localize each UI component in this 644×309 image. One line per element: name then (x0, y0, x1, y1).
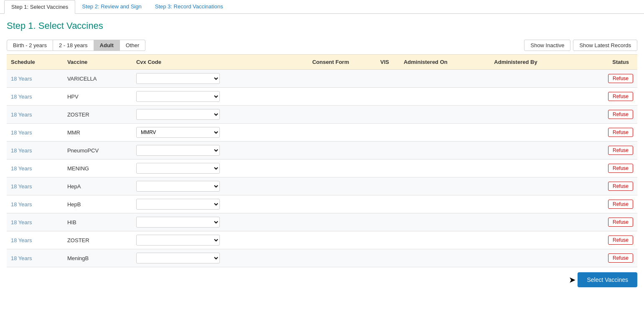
cell-schedule: 18 Years (7, 124, 63, 142)
filter-2to18[interactable]: 2 - 18 years (53, 40, 94, 51)
cell-vaccine: HepB (63, 195, 132, 213)
cell-status[interactable]: Refuse (579, 177, 637, 195)
cell-vis (370, 124, 400, 142)
cell-administered-by (490, 160, 579, 177)
filter-bar: Birth - 2 years 2 - 18 years Adult Other… (0, 36, 644, 54)
cvx-select[interactable] (136, 91, 220, 102)
cell-administered-by (490, 106, 579, 124)
cell-cvx[interactable] (132, 142, 292, 160)
cell-status[interactable]: Refuse (579, 195, 637, 213)
cell-cvx[interactable] (132, 160, 292, 177)
refuse-button[interactable]: Refuse (608, 200, 633, 209)
cell-consent-form (291, 124, 370, 142)
cell-cvx[interactable] (132, 231, 292, 249)
cell-consent-form (291, 70, 370, 88)
cell-vis (370, 213, 400, 231)
cell-administered-on (400, 213, 490, 231)
cell-status[interactable]: Refuse (579, 88, 637, 106)
cell-vaccine: HIB (63, 213, 132, 231)
cell-cvx[interactable] (132, 177, 292, 195)
refuse-button[interactable]: Refuse (608, 128, 633, 137)
cell-administered-by (490, 249, 579, 267)
cell-status[interactable]: Refuse (579, 124, 637, 142)
cvx-select[interactable] (136, 163, 220, 174)
cvx-select[interactable] (136, 235, 220, 246)
tab-step1[interactable]: Step 1: Select Vaccines (4, 0, 75, 14)
cell-schedule: 18 Years (7, 88, 63, 106)
cell-administered-by (490, 142, 579, 160)
refuse-button[interactable]: Refuse (608, 253, 633, 263)
cell-consent-form (291, 213, 370, 231)
cell-vis (370, 160, 400, 177)
table-row: 18 YearsHepARefuse (7, 177, 637, 195)
cell-vaccine: ZOSTER (63, 106, 132, 124)
vaccine-table: Schedule Vaccine Cvx Code Consent Form V… (7, 54, 637, 267)
cell-status[interactable]: Refuse (579, 106, 637, 124)
cvx-select[interactable] (136, 181, 220, 192)
tab-step3[interactable]: Step 3: Record Vaccinations (148, 0, 230, 14)
cell-cvx[interactable] (132, 88, 292, 106)
filter-adult[interactable]: Adult (94, 40, 120, 51)
table-row: 18 YearsHPVRefuse (7, 88, 637, 106)
cell-status[interactable]: Refuse (579, 70, 637, 88)
cell-consent-form (291, 88, 370, 106)
cell-cvx[interactable] (132, 213, 292, 231)
refuse-button[interactable]: Refuse (608, 218, 633, 227)
refuse-button[interactable]: Refuse (608, 92, 633, 101)
cvx-select[interactable] (136, 145, 220, 156)
cvx-select[interactable] (136, 109, 220, 120)
cell-schedule: 18 Years (7, 231, 63, 249)
cell-administered-by (490, 70, 579, 88)
refuse-button[interactable]: Refuse (608, 182, 633, 191)
filter-birth2[interactable]: Birth - 2 years (7, 40, 53, 51)
refuse-button[interactable]: Refuse (608, 74, 633, 83)
arrow-icon: ➤ (569, 275, 576, 285)
cell-schedule: 18 Years (7, 70, 63, 88)
cell-cvx[interactable] (132, 195, 292, 213)
cvx-select[interactable] (136, 253, 220, 263)
cell-vis (370, 142, 400, 160)
cell-status[interactable]: Refuse (579, 142, 637, 160)
refuse-button[interactable]: Refuse (608, 236, 633, 245)
cell-administered-on (400, 249, 490, 267)
cell-status[interactable]: Refuse (579, 249, 637, 267)
tab-bar: Step 1: Select Vaccines Step 2: Review a… (0, 0, 644, 14)
cell-administered-on (400, 195, 490, 213)
cvx-select[interactable] (136, 73, 220, 84)
cvx-select[interactable]: MMRV (136, 127, 220, 138)
bottom-bar: ➤ Select Vaccines (0, 267, 644, 292)
cell-status[interactable]: Refuse (579, 160, 637, 177)
filter-other[interactable]: Other (120, 40, 146, 51)
table-row: 18 YearsVARICELLARefuse (7, 70, 637, 88)
cvx-select[interactable] (136, 199, 220, 210)
cell-status[interactable]: Refuse (579, 231, 637, 249)
cell-administered-on (400, 88, 490, 106)
cell-vaccine: MMR (63, 124, 132, 142)
cell-consent-form (291, 195, 370, 213)
refuse-button[interactable]: Refuse (608, 146, 633, 155)
cell-vaccine: HPV (63, 88, 132, 106)
cell-cvx[interactable]: MMRV (132, 124, 292, 142)
col-vaccine: Vaccine (63, 55, 132, 70)
table-row: 18 YearsHepBRefuse (7, 195, 637, 213)
cell-vis (370, 177, 400, 195)
cell-status[interactable]: Refuse (579, 213, 637, 231)
cvx-select[interactable] (136, 217, 220, 228)
cell-consent-form (291, 160, 370, 177)
cell-vaccine: HepA (63, 177, 132, 195)
refuse-button[interactable]: Refuse (608, 110, 633, 119)
cell-schedule: 18 Years (7, 160, 63, 177)
cell-cvx[interactable] (132, 70, 292, 88)
cell-administered-on (400, 124, 490, 142)
cell-consent-form (291, 142, 370, 160)
table-row: 18 YearsPneumoPCVRefuse (7, 142, 637, 160)
tab-step2[interactable]: Step 2: Review and Sign (75, 0, 148, 14)
cell-cvx[interactable] (132, 249, 292, 267)
table-row: 18 YearsZOSTERRefuse (7, 231, 637, 249)
refuse-button[interactable]: Refuse (608, 164, 633, 173)
show-inactive-button[interactable]: Show Inactive (524, 40, 570, 51)
select-vaccines-button[interactable]: Select Vaccines (578, 272, 637, 287)
show-latest-records-button[interactable]: Show Latest Records (573, 40, 637, 51)
cell-cvx[interactable] (132, 106, 292, 124)
cell-administered-by (490, 195, 579, 213)
